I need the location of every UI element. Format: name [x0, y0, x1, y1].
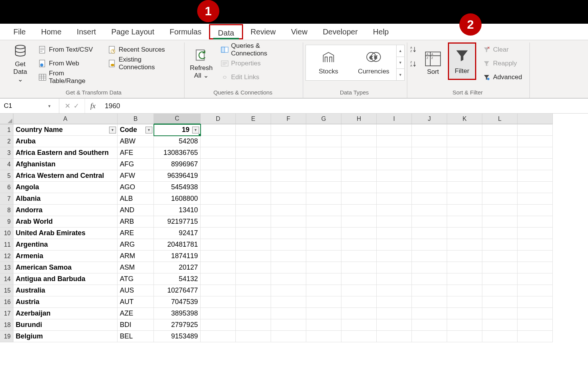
- row-header-19[interactable]: 19: [0, 331, 13, 342]
- cell-blank[interactable]: [271, 147, 306, 159]
- cell-blank[interactable]: [201, 239, 236, 251]
- column-header-K[interactable]: K: [447, 114, 482, 124]
- cell-B15[interactable]: AUS: [118, 285, 154, 296]
- cell-blank[interactable]: [412, 285, 447, 296]
- cell-blank[interactable]: [518, 308, 553, 319]
- tab-insert[interactable]: Insert: [69, 24, 104, 39]
- row-header-4[interactable]: 4: [0, 159, 13, 170]
- cell-blank[interactable]: [447, 296, 482, 308]
- cell-C19[interactable]: 9153489: [154, 331, 201, 342]
- cell-blank[interactable]: [306, 308, 341, 319]
- cell-blank[interactable]: [201, 159, 236, 170]
- cell-blank[interactable]: [306, 319, 341, 331]
- cell-blank[interactable]: [201, 170, 236, 182]
- cell-A17[interactable]: Azerbaijan: [13, 308, 118, 319]
- cell-blank[interactable]: [341, 331, 377, 342]
- cell-blank[interactable]: [518, 170, 553, 182]
- refresh-all-button[interactable]: Refresh All ⌄: [187, 42, 216, 85]
- cell-blank[interactable]: [518, 296, 553, 308]
- cell-blank[interactable]: [482, 205, 518, 216]
- cell-C2[interactable]: 54208: [154, 136, 201, 147]
- cell-blank[interactable]: [518, 251, 553, 262]
- cell-C15[interactable]: 10276477: [154, 285, 201, 296]
- cell-B17[interactable]: AZE: [118, 308, 154, 319]
- cell-blank[interactable]: [518, 319, 553, 331]
- cell-blank[interactable]: [447, 308, 482, 319]
- cell-C1[interactable]: 19▼: [154, 124, 201, 136]
- get-data-button[interactable]: Get Data ⌄: [7, 42, 34, 85]
- cell-A18[interactable]: Burundi: [13, 319, 118, 331]
- tab-review[interactable]: Review: [243, 24, 284, 39]
- column-header-E[interactable]: E: [236, 114, 271, 124]
- cell-blank[interactable]: [412, 228, 447, 239]
- cell-A11[interactable]: Argentina: [13, 239, 118, 251]
- cell-blank[interactable]: [306, 170, 341, 182]
- cell-blank[interactable]: [412, 193, 447, 205]
- cell-blank[interactable]: [236, 308, 271, 319]
- cell-B13[interactable]: ASM: [118, 262, 154, 273]
- cell-A5[interactable]: Africa Western and Central: [13, 170, 118, 182]
- cell-blank[interactable]: [306, 239, 341, 251]
- from-table-range-button[interactable]: From Table/Range: [36, 71, 103, 84]
- cell-blank[interactable]: [236, 205, 271, 216]
- cell-A7[interactable]: Albania: [13, 193, 118, 205]
- cell-blank[interactable]: [236, 216, 271, 228]
- cell-blank[interactable]: [236, 136, 271, 147]
- cell-blank[interactable]: [271, 159, 306, 170]
- cell-blank[interactable]: [236, 228, 271, 239]
- cell-blank[interactable]: [306, 159, 341, 170]
- cell-blank[interactable]: [341, 193, 377, 205]
- cell-blank[interactable]: [271, 331, 306, 342]
- stocks-type[interactable]: Stocks: [306, 48, 351, 78]
- row-header-8[interactable]: 8: [0, 205, 13, 216]
- filter-dropdown[interactable]: ▼: [192, 127, 199, 133]
- cell-blank[interactable]: [201, 193, 236, 205]
- cell-B7[interactable]: ALB: [118, 193, 154, 205]
- cell-blank[interactable]: [306, 251, 341, 262]
- cell-blank[interactable]: [306, 136, 341, 147]
- cell-blank[interactable]: [341, 296, 377, 308]
- cell-blank[interactable]: [236, 273, 271, 285]
- cell-C16[interactable]: 7047539: [154, 296, 201, 308]
- cell-blank[interactable]: [201, 216, 236, 228]
- cell-blank[interactable]: [201, 136, 236, 147]
- cell-blank[interactable]: [447, 228, 482, 239]
- cell-blank[interactable]: [341, 216, 377, 228]
- cell-blank[interactable]: [482, 251, 518, 262]
- cell-blank[interactable]: [412, 159, 447, 170]
- cell-A8[interactable]: Andorra: [13, 205, 118, 216]
- column-header-G[interactable]: G: [306, 114, 341, 124]
- cell-blank[interactable]: [236, 262, 271, 273]
- cell-A16[interactable]: Austria: [13, 296, 118, 308]
- cell-C14[interactable]: 54132: [154, 273, 201, 285]
- cell-blank[interactable]: [482, 124, 518, 136]
- cell-A2[interactable]: Aruba: [13, 136, 118, 147]
- cell-blank[interactable]: [236, 331, 271, 342]
- cell-C18[interactable]: 2797925: [154, 319, 201, 331]
- cell-C17[interactable]: 3895398: [154, 308, 201, 319]
- cell-blank[interactable]: [482, 136, 518, 147]
- cell-blank[interactable]: [412, 331, 447, 342]
- cell-blank[interactable]: [271, 205, 306, 216]
- cell-blank[interactable]: [201, 262, 236, 273]
- cell-blank[interactable]: [447, 124, 482, 136]
- cell-blank[interactable]: [412, 182, 447, 193]
- cell-blank[interactable]: [201, 331, 236, 342]
- cell-blank[interactable]: [482, 331, 518, 342]
- cell-blank[interactable]: [271, 262, 306, 273]
- cell-blank[interactable]: [271, 228, 306, 239]
- cell-blank[interactable]: [341, 319, 377, 331]
- cell-blank[interactable]: [518, 193, 553, 205]
- from-text-csv-button[interactable]: From Text/CSV: [36, 43, 103, 56]
- row-header-6[interactable]: 6: [0, 182, 13, 193]
- row-header-11[interactable]: 11: [0, 239, 13, 251]
- tab-file[interactable]: File: [6, 24, 33, 39]
- cell-blank[interactable]: [482, 319, 518, 331]
- cell-blank[interactable]: [447, 285, 482, 296]
- cell-blank[interactable]: [341, 239, 377, 251]
- cell-blank[interactable]: [412, 319, 447, 331]
- cell-blank[interactable]: [447, 331, 482, 342]
- formula-input[interactable]: 1960: [101, 102, 588, 110]
- cell-blank[interactable]: [341, 273, 377, 285]
- cell-blank[interactable]: [236, 251, 271, 262]
